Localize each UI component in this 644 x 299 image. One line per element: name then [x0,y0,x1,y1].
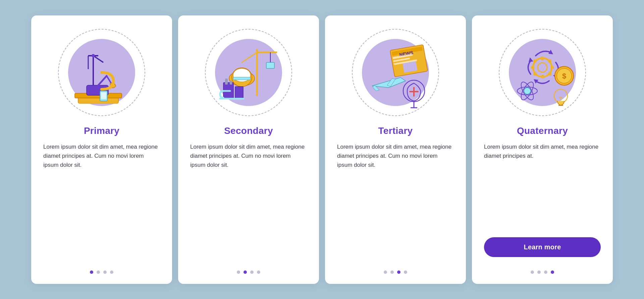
primary-dots [90,270,113,274]
card-tertiary: NEWS Tertiary Lore [325,15,466,284]
primary-title: Primary [84,126,119,136]
svg-rect-25 [230,81,232,85]
svg-point-9 [92,54,95,57]
dot-1 [384,270,387,274]
svg-line-15 [242,52,257,62]
svg-line-3 [98,76,107,85]
primary-illustration [55,26,149,119]
dot-1 [90,270,93,274]
svg-rect-47 [541,75,544,78]
secondary-title: Secondary [224,126,273,136]
svg-rect-10 [79,101,118,104]
card-quaternary: $ Quaternary Lorem ipsum dolor sit dim a… [472,15,613,284]
svg-line-4 [107,76,112,84]
quaternary-dots [531,270,554,274]
quaternary-text: Lorem ipsum dolor sit dim amet, mea regi… [484,142,601,160]
tertiary-illustration: NEWS [348,26,442,119]
tertiary-title: Tertiary [378,126,413,136]
dot-3 [103,270,107,274]
svg-marker-43 [529,57,533,62]
svg-rect-46 [541,57,544,60]
svg-rect-48 [531,66,534,69]
primary-svg [58,29,145,116]
learn-more-button[interactable]: Learn more [484,237,601,257]
dot-2 [390,270,394,274]
quaternary-svg: $ [499,29,586,116]
dot-4 [551,270,554,274]
quaternary-title: Quaternary [517,126,568,136]
dot-1 [531,270,534,274]
svg-rect-24 [225,79,228,85]
svg-rect-23 [235,87,243,99]
card-primary: Primary Lorem ipsum dolor sit dim amet, … [31,15,172,284]
tertiary-text: Lorem ipsum dolor sit dim amet, mea regi… [337,142,454,170]
cards-container: Primary Lorem ipsum dolor sit dim amet, … [21,5,623,294]
secondary-svg [205,29,292,116]
svg-line-8 [93,56,103,62]
dot-3 [397,270,400,274]
primary-text: Lorem ipsum dolor sit dim amet, mea regi… [43,142,160,170]
svg-rect-17 [266,62,274,68]
svg-point-45 [538,63,547,72]
svg-rect-21 [233,77,251,80]
secondary-text: Lorem ipsum dolor sit dim amet, mea regi… [190,142,307,170]
dot-3 [544,270,547,274]
dot-2 [244,270,247,274]
tertiary-dots [384,270,407,274]
secondary-dots [237,270,260,274]
card-secondary: Secondary Lorem ipsum dolor sit dim amet… [178,15,319,284]
dot-4 [404,270,407,274]
dot-4 [110,270,113,274]
dot-2 [97,270,100,274]
dot-3 [250,270,254,274]
svg-rect-12 [101,92,106,99]
svg-text:$: $ [562,72,566,80]
svg-rect-49 [550,66,554,69]
dot-4 [257,270,260,274]
svg-point-57 [524,88,531,94]
quaternary-illustration: $ [495,26,589,119]
dot-2 [537,270,541,274]
dot-1 [237,270,240,274]
tertiary-svg: NEWS [352,29,439,116]
secondary-illustration [202,26,296,119]
